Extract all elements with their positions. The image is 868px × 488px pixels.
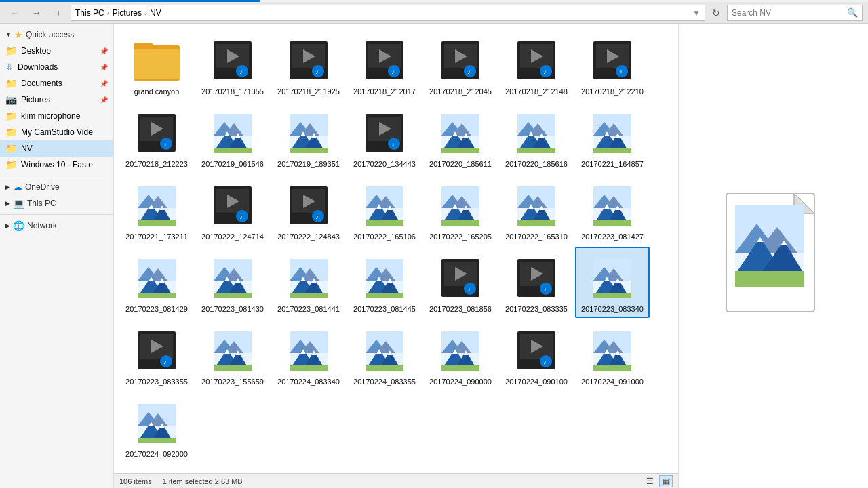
file-item-f7[interactable]: ♪ 20170218_212223 [119,102,194,173]
selected-info: 1 item selected 2.63 MB [163,477,243,485]
file-item-f3[interactable]: ♪ 20170218_212017 [347,29,422,100]
pin-icon-dl: 📌 [100,64,108,71]
file-item-f27[interactable]: 20170223_083340 [575,247,650,318]
media-file-icon: ♪ [208,36,257,85]
file-item-f16[interactable]: ♪ 20170222_124843 [271,174,346,245]
file-item-f2[interactable]: ♪ 20170218_211925 [271,29,346,100]
refresh-button[interactable]: ↻ [708,5,724,20]
svg-text:♪: ♪ [543,285,547,293]
up-button[interactable]: ↑ [49,5,68,20]
search-input[interactable] [732,8,844,18]
file-name: 20170222_124843 [277,232,340,241]
sidebar-item-camstudio[interactable]: 📁 My CamStudio Vide [0,124,113,140]
file-item-f5[interactable]: ♪ 20170218_212148 [499,29,574,100]
sidebar-item-documents[interactable]: 📁 Documents 📌 [0,75,113,92]
svg-text:♪: ♪ [467,68,471,75]
star-icon: ★ [14,29,23,40]
back-button[interactable]: ← [5,5,24,20]
sidebar-item-pictures[interactable]: 📷 Pictures 📌 [0,92,113,108]
image-file-icon [132,399,181,447]
file-item-f10[interactable]: ♪ 20170220_134443 [347,102,422,173]
large-icons-view-button[interactable]: ▦ [659,475,673,487]
file-item-f20[interactable]: 20170223_081427 [575,174,650,245]
file-name: 20170222_165205 [429,232,492,241]
media-file-icon: ♪ [436,253,485,302]
file-item-f34[interactable]: 20170224_091000 [575,319,650,390]
sidebar-item-nv[interactable]: 📁 NV [0,140,113,157]
file-item-f29[interactable]: 20170223_155659 [195,319,270,390]
file-item-f35[interactable]: 20170224_092000 [119,392,194,463]
file-item-f23[interactable]: 20170223_081441 [271,247,346,318]
file-item-f1[interactable]: ♪ 20170218_171355 [195,29,270,100]
file-item-f28[interactable]: ♪ 20170223_083355 [119,319,194,390]
file-item-f15[interactable]: ♪ 20170222_124714 [195,174,270,245]
breadcrumb-thispc[interactable]: This PC [75,8,104,18]
file-item-f12[interactable]: 20170220_185616 [499,102,574,173]
image-file-icon [436,326,485,375]
file-item-f18[interactable]: 20170222_165205 [423,174,498,245]
sidebar-item-klim-microphone[interactable]: 📁 klim microphone [0,108,113,124]
svg-text:♪: ♪ [239,213,243,220]
thispc-header[interactable]: ▶ 💻 This PC [0,195,113,211]
sidebar-item-desktop[interactable]: 📁 Desktop 📌 [0,43,113,59]
breadcrumb-nv[interactable]: NV [150,8,161,18]
folder-win-icon: 📁 [5,159,17,170]
media-file-icon: ♪ [360,108,409,157]
breadcrumb-dropdown[interactable]: ▼ [692,8,701,18]
file-name: 20170221_164857 [581,160,644,169]
file-item-f19[interactable]: 20170222_165310 [499,174,574,245]
file-item-f4[interactable]: ♪ 20170218_212045 [423,29,498,100]
forward-button[interactable]: → [27,5,46,20]
network-label: Network [27,221,57,230]
search-bar: 🔍 [727,5,863,21]
file-item-f33[interactable]: ♪ 20170224_090100 [499,319,574,390]
sidebar-label-desktop: Desktop [21,46,51,56]
svg-rect-261 [138,438,176,443]
file-item-f6[interactable]: ♪ 20170218_212210 [575,29,650,100]
file-name: 20170223_081427 [581,232,644,241]
svg-rect-238 [441,365,479,371]
onedrive-header[interactable]: ▶ ☁ OneDrive [0,179,113,195]
breadcrumb-pictures[interactable]: Pictures [113,8,142,18]
file-item-f22[interactable]: 20170223_081430 [195,247,270,318]
thispc-label: This PC [27,199,56,208]
sidebar-item-downloads[interactable]: ⇩ Downloads 📌 [0,59,113,75]
file-name: 20170224_083355 [353,378,416,386]
file-name: 20170224_083340 [277,378,340,386]
file-item-f14[interactable]: 20170221_173211 [119,174,194,245]
network-header[interactable]: ▶ 🌐 Network [0,218,113,234]
file-item-f32[interactable]: 20170224_090000 [423,319,498,390]
file-item-f13[interactable]: 20170221_164857 [575,102,650,173]
file-name: 20170218_212017 [353,87,416,96]
file-name: 20170218_212148 [505,87,568,96]
file-item-f24[interactable]: 20170223_081445 [347,247,422,318]
svg-rect-2 [134,49,180,79]
file-item-f25[interactable]: ♪ 20170223_081856 [423,247,498,318]
address-bar[interactable]: This PC › Pictures › NV ▼ [71,5,705,21]
file-name: 20170224_090100 [505,378,568,386]
media-file-icon: ♪ [436,36,485,85]
media-file-icon: ♪ [284,181,333,230]
image-file-icon [284,326,333,375]
search-icon[interactable]: 🔍 [847,7,858,18]
folder-pics-icon: 📷 [5,94,17,105]
file-item-f21[interactable]: 20170223_081429 [119,247,194,318]
svg-text:♪: ♪ [163,140,167,148]
file-grid: grand canyon ♪ 20170218_171355 ♪ 2017021… [114,24,678,473]
file-item-f9[interactable]: 20170219_189351 [271,102,346,173]
quick-access-header[interactable]: ▼ ★ Quick access [0,26,113,43]
file-item-f30[interactable]: 20170224_083340 [271,319,346,390]
image-file-icon [588,326,637,375]
file-item-f0[interactable]: grand canyon [119,29,194,100]
details-view-button[interactable]: ☰ [643,475,656,487]
file-item-f17[interactable]: 20170222_165106 [347,174,422,245]
file-item-f8[interactable]: 20170219_061546 [195,102,270,173]
thispc-icon: 💻 [13,198,24,209]
file-name: 20170223_081430 [201,305,264,314]
svg-rect-178 [366,293,403,298]
file-item-f31[interactable]: 20170224_083355 [347,319,422,390]
svg-rect-211 [214,365,252,371]
file-item-f11[interactable]: 20170220_185611 [423,102,498,173]
file-item-f26[interactable]: ♪ 20170223_083335 [499,247,574,318]
sidebar-item-windows10[interactable]: 📁 Windows 10 - Faste [0,157,113,173]
